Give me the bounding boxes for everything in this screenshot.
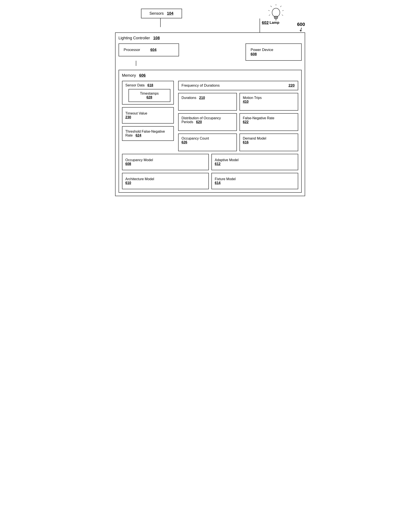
motion-trips-num: 410 [243, 100, 249, 103]
sensors-label: Sensors [150, 11, 164, 15]
power-device-label: Power Device [251, 48, 273, 52]
false-neg-num: 622 [243, 120, 249, 124]
lc-title: Lighting Controller 108 [119, 36, 302, 40]
dist-occ-box: Distribution of Occupancy Periods 620 [178, 113, 237, 131]
sensor-data-label: Sensor Data [126, 83, 145, 87]
power-device-box: Power Device 608 [246, 43, 302, 61]
processor-num: 604 [150, 48, 156, 52]
svg-line-8 [268, 10, 270, 11]
fixture-model-label: Fixture Model [215, 177, 236, 181]
threshold-num: 624 [136, 134, 142, 137]
diagram-container: Sensors 104 60 [115, 4, 305, 196]
arch-model-num: 610 [126, 181, 131, 185]
sensors-num: 104 [167, 11, 173, 15]
timeout-label: Timeout Value [126, 111, 147, 115]
occ-model-box: Occupancy Model 608 [122, 154, 209, 170]
svg-line-9 [282, 15, 283, 15]
memory-title: Memory 606 [122, 73, 298, 78]
lc-num: 108 [153, 36, 160, 40]
timeout-box: Timeout Value 230 [122, 107, 174, 123]
fixture-model-box: Fixture Model 614 [211, 173, 298, 189]
durations-num: 210 [199, 96, 205, 99]
processor-label: Processor [124, 48, 140, 52]
false-neg-label: False-Negative Rate [243, 116, 274, 120]
memory-left-col: Sensor Data 618 Timestamps 628 Timeout V… [122, 81, 174, 141]
sensor-data-num: 618 [148, 83, 153, 87]
memory-right-col: Frequency of Durations 220 Durations 210 [178, 81, 298, 151]
occ-count-num: 626 [182, 140, 188, 144]
adaptive-model-num: 612 [215, 162, 221, 166]
lighting-controller-box: Lighting Controller 108 Processor 604 Po… [115, 32, 305, 196]
memory-content: Sensor Data 618 Timestamps 628 Timeout V… [122, 81, 298, 151]
svg-line-6 [282, 10, 284, 11]
ref-600-area: 600 ↙ [297, 22, 305, 32]
lamp-ref-line: 602 Lamp [262, 20, 284, 25]
occ-count-label: Occupancy Count [182, 137, 209, 140]
demand-model-label: Demand Model [243, 137, 266, 140]
svg-line-10 [269, 15, 270, 15]
power-device-num: 608 [251, 52, 257, 56]
adaptive-model-box: Adaptive Model 612 [211, 154, 298, 170]
memory-label: Memory [122, 73, 136, 77]
proc-power-row: Processor 604 Power Device 608 [119, 43, 302, 61]
timestamps-num: 628 [146, 95, 152, 99]
fixture-model-num: 614 [215, 181, 221, 185]
durations-label: Durations [182, 96, 196, 99]
occ-model-label: Occupancy Model [126, 158, 153, 162]
bottom-models-row2: Architecture Model 610 Fixture Model 614 [122, 173, 298, 189]
top-area: Sensors 104 60 [115, 4, 305, 32]
svg-line-5 [280, 6, 281, 7]
sensor-data-header: Sensor Data 618 [126, 83, 170, 87]
false-neg-box: False-Negative Rate 622 [240, 113, 298, 131]
bottom-models-row1: Occupancy Model 608 Adaptive Model 612 [122, 154, 298, 170]
arch-model-box: Architecture Model 610 [122, 173, 209, 189]
proc-to-memory-line [136, 61, 136, 66]
timestamps-box: Timestamps 628 [128, 89, 170, 102]
threshold-label: Threshold False-Negative Rate [126, 130, 165, 137]
timeout-num: 230 [126, 115, 131, 119]
demand-model-num: 616 [243, 140, 249, 144]
memory-num: 606 [139, 73, 146, 77]
lamp-label: Lamp [270, 21, 279, 25]
lamp-icon [268, 4, 284, 22]
svg-line-7 [270, 6, 272, 7]
right-second-row: Distribution of Occupancy Periods 620 Fa… [178, 113, 298, 131]
arch-model-label: Architecture Model [126, 177, 154, 181]
threshold-box: Threshold False-Negative Rate 624 [122, 126, 174, 141]
right-third-row: Occupancy Count 626 Demand Model 616 [178, 134, 298, 151]
svg-point-11 [272, 8, 280, 17]
motion-trips-label: Motion Trips [243, 96, 262, 99]
lamp-num: 602 [262, 20, 269, 25]
memory-box: Memory 606 Sensor Data 618 Tim [119, 70, 302, 193]
occ-model-num: 608 [126, 162, 131, 166]
lc-label: Lighting Controller [119, 36, 150, 40]
sensor-data-box: Sensor Data 618 Timestamps 628 [122, 81, 174, 105]
durations-box: Durations 210 [178, 93, 237, 111]
motion-trips-box: Motion Trips 410 [240, 93, 298, 111]
lamp-area: 602 Lamp [268, 4, 284, 25]
right-middle-row: Durations 210 Motion Trips 410 [178, 93, 298, 111]
freq-durations-label: Frequency of Durations [182, 83, 220, 88]
sensors-box: Sensors 104 [141, 9, 182, 18]
processor-box: Processor 604 [119, 43, 179, 56]
occ-count-box: Occupancy Count 626 [178, 134, 237, 151]
freq-durations-num: 220 [288, 83, 294, 88]
adaptive-model-label: Adaptive Model [215, 158, 239, 162]
demand-model-box: Demand Model 616 [240, 134, 298, 151]
timestamps-label: Timestamps [140, 92, 159, 95]
freq-durations-box: Frequency of Durations 220 [178, 81, 298, 90]
dist-occ-num: 620 [196, 120, 202, 124]
